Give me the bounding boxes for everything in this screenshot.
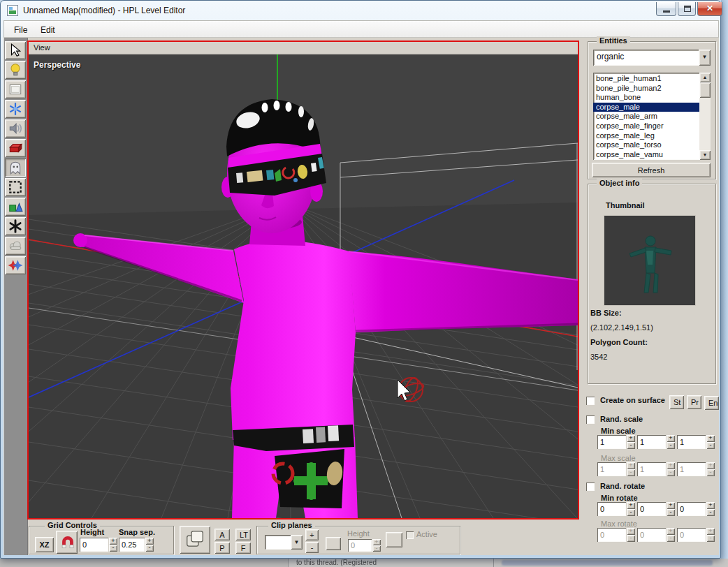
menu-bar: File Edit xyxy=(3,20,719,38)
dropdown-arrow-icon[interactable]: ▼ xyxy=(291,535,303,550)
min-rotate-x-field[interactable] xyxy=(597,502,626,516)
spin-down-icon[interactable]: - xyxy=(706,509,715,516)
rand-rotate-checkbox[interactable] xyxy=(586,483,595,491)
perspective-button[interactable]: P xyxy=(214,542,230,554)
list-item[interactable]: bone_pile_human1 xyxy=(593,74,699,84)
viewport-layout-button[interactable] xyxy=(180,526,210,554)
list-item-selected[interactable]: corpse_male xyxy=(593,103,699,112)
min-scale-x-field[interactable] xyxy=(597,435,626,449)
spin-down-icon[interactable]: - xyxy=(145,545,154,552)
max-rotate-y-field xyxy=(637,528,666,542)
grid-height-field[interactable] xyxy=(80,538,108,552)
focus-button[interactable]: F xyxy=(235,542,251,554)
max-rotate-y: +- xyxy=(637,528,675,542)
refresh-button[interactable]: Refresh xyxy=(592,163,711,177)
list-item[interactable]: bone_pile_human2 xyxy=(593,84,699,94)
tool-particle-system-button[interactable] xyxy=(5,100,26,118)
min-rotate-z-field[interactable] xyxy=(677,502,706,516)
scroll-down-icon[interactable]: ▼ xyxy=(699,150,711,160)
entity-category-dropdown[interactable]: organic ▼ xyxy=(593,50,711,66)
list-item[interactable]: corpse_male_vamu xyxy=(593,150,699,160)
max-scale-y-field xyxy=(637,462,666,476)
grid-plane-button[interactable]: XZ xyxy=(35,537,54,552)
tool-entity-button[interactable] xyxy=(5,159,26,177)
list-item[interactable]: corpse_male_arm xyxy=(593,112,699,122)
tool-fog-area-button[interactable] xyxy=(5,237,26,255)
remove-clip-plane-button[interactable]: - xyxy=(305,542,319,553)
surface-static-button[interactable]: St xyxy=(669,395,684,409)
clip-plane-axis-button[interactable] xyxy=(326,537,341,550)
rand-scale-checkbox[interactable] xyxy=(586,415,595,424)
list-item[interactable]: corpse_male_finger xyxy=(593,122,699,131)
spin-down-icon[interactable]: - xyxy=(706,442,715,449)
spin-down-icon[interactable]: - xyxy=(667,442,675,449)
tool-billboard-button[interactable] xyxy=(5,80,26,98)
thumbnail-figure xyxy=(604,216,695,305)
surface-primitive-button[interactable]: Pr xyxy=(687,395,701,409)
grid-height-spinner[interactable]: +- xyxy=(80,538,117,552)
add-clip-plane-button[interactable]: + xyxy=(305,529,319,540)
viewport-header[interactable]: View xyxy=(29,42,578,54)
spin-down-icon[interactable]: - xyxy=(627,442,635,449)
min-scale-y-field[interactable] xyxy=(637,435,666,449)
create-on-surface-checkbox[interactable] xyxy=(586,397,595,405)
axis-aligned-button[interactable]: A xyxy=(214,529,230,540)
client-area: View xyxy=(3,38,719,555)
clip-plane-dropdown[interactable]: ▼ xyxy=(265,535,303,550)
title-bar[interactable]: Unnamed Map(modified) - HPL Level Editor… xyxy=(1,1,720,20)
background-divider xyxy=(288,559,289,567)
min-scale-y[interactable]: +- xyxy=(637,435,675,449)
viewport-3d-canvas[interactable]: Perspective xyxy=(29,54,578,518)
menu-edit[interactable]: Edit xyxy=(36,24,59,36)
clip-height-spinner: +- xyxy=(348,539,381,552)
lt-button[interactable]: LT xyxy=(235,529,251,540)
min-scale-z-field[interactable] xyxy=(677,435,706,449)
tool-combine-button[interactable] xyxy=(5,256,26,274)
tool-area-button[interactable] xyxy=(5,178,26,196)
maximize-button[interactable] xyxy=(678,2,696,16)
clip-side-button[interactable] xyxy=(386,532,402,547)
dropdown-arrow-icon[interactable]: ▼ xyxy=(699,50,711,66)
min-scale-z[interactable]: +- xyxy=(677,435,715,449)
tool-light-button[interactable] xyxy=(5,61,26,79)
max-rotate-z-field xyxy=(677,528,706,542)
tool-static-object-button[interactable] xyxy=(5,198,26,216)
snap-sep-field[interactable] xyxy=(119,538,145,552)
spin-down-icon: - xyxy=(627,535,635,542)
entities-group-title: Entities xyxy=(597,36,630,45)
create-on-surface-label: Create on surface xyxy=(600,396,665,404)
tool-decal-button[interactable] xyxy=(5,217,26,235)
min-rotate-z[interactable]: +- xyxy=(677,502,715,516)
tool-primitive-button[interactable] xyxy=(5,139,26,157)
snap-sep-spinner[interactable]: +- xyxy=(119,538,154,552)
clip-height-field xyxy=(348,539,372,552)
list-scrollbar[interactable]: ▲ ▼ xyxy=(699,73,711,160)
min-rotate-y[interactable]: +- xyxy=(637,502,675,516)
close-button[interactable]: ✕ xyxy=(697,2,722,16)
billboard-icon xyxy=(8,82,23,97)
clip-planes-title: Clip planes xyxy=(268,521,315,529)
spin-down-icon[interactable]: - xyxy=(109,545,117,552)
max-scale-x-field xyxy=(597,462,626,476)
background-divider xyxy=(493,559,494,567)
list-item[interactable]: corpse_male_torso xyxy=(593,140,699,150)
min-rotate-y-field[interactable] xyxy=(637,502,666,516)
scrollbar-track[interactable] xyxy=(699,98,711,150)
tool-select-button[interactable] xyxy=(5,41,26,59)
spin-down-icon[interactable]: - xyxy=(627,509,635,516)
list-item[interactable]: corpse_male_leg xyxy=(593,131,699,141)
surface-entity-button[interactable]: En xyxy=(704,396,719,410)
scroll-up-icon[interactable]: ▲ xyxy=(699,73,711,82)
min-scale-x[interactable]: +- xyxy=(597,435,635,449)
app-icon xyxy=(7,5,18,16)
snap-magnet-button[interactable] xyxy=(56,531,78,554)
min-rotate-x[interactable]: +- xyxy=(597,502,635,516)
tool-sound-button[interactable] xyxy=(5,119,26,138)
menu-file[interactable]: File xyxy=(10,24,31,36)
ghost-icon xyxy=(8,160,23,175)
list-item[interactable]: human_bone xyxy=(593,93,699,103)
spin-down-icon[interactable]: - xyxy=(667,509,675,516)
static-object-icon xyxy=(8,199,23,214)
scrollbar-thumb[interactable] xyxy=(699,82,711,98)
minimize-button[interactable] xyxy=(656,2,676,16)
